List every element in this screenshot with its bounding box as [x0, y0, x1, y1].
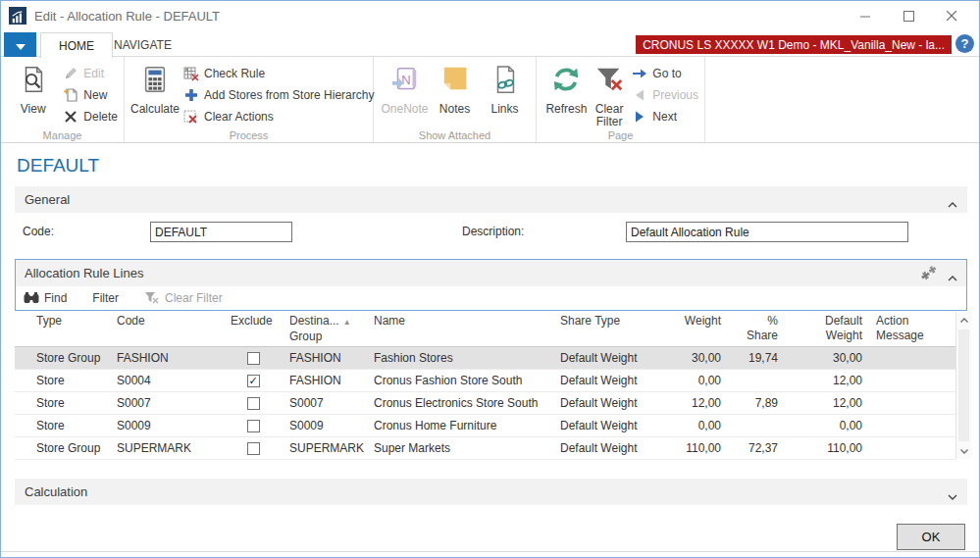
application-menu-button[interactable]	[4, 32, 36, 57]
view-button[interactable]: View	[7, 61, 59, 116]
fasttab-allocation-rule-lines: Allocation Rule Lines Find Filter Clear …	[15, 259, 967, 311]
maximize-button[interactable]	[887, 1, 930, 30]
lines-label: Allocation Rule Lines	[25, 266, 143, 280]
notes-label: Notes	[439, 103, 470, 116]
previous-icon	[632, 87, 647, 103]
exclude-checkbox[interactable]	[247, 352, 260, 365]
ribbon-tab-strip: HOME NAVIGATE CRONUS LS XXXXX W1 Demo - …	[1, 30, 979, 57]
ribbon-group-show-attached: N OneNote Notes Links Show Attached	[374, 57, 537, 142]
col-destination-group[interactable]: Destina...▲Group	[282, 312, 366, 347]
clear-filter-label: Clear Filter	[591, 103, 628, 128]
footer-divider	[1, 551, 979, 552]
notes-icon	[440, 65, 470, 98]
allocation-lines-grid: Type Code Exclude Destina...▲Group Name …	[15, 312, 971, 459]
app-icon	[9, 7, 26, 25]
grid-row-5[interactable]: Store Group SUPERMARK SUPERMARK Super Ma…	[15, 437, 955, 460]
onenote-button[interactable]: N OneNote	[380, 61, 430, 116]
description-input[interactable]	[626, 222, 908, 242]
exclude-checkbox[interactable]	[247, 442, 260, 455]
col-percent-share[interactable]: % Share	[727, 312, 784, 347]
lines-header[interactable]: Allocation Rule Lines	[16, 260, 966, 286]
grid-row-4[interactable]: Store S0009 S0009 Cronus Home Furniture …	[15, 415, 955, 437]
refresh-icon	[551, 65, 581, 98]
next-button[interactable]: Next	[632, 106, 698, 127]
previous-button[interactable]: Previous	[632, 84, 698, 106]
col-weight[interactable]: Weight	[668, 312, 727, 347]
minimize-button[interactable]	[844, 1, 887, 30]
col-name[interactable]: Name	[366, 312, 552, 347]
customize-gears-icon[interactable]	[920, 266, 937, 283]
clear-actions-icon	[183, 109, 199, 125]
exclude-checkbox[interactable]: ✓	[247, 375, 260, 387]
scroll-up-icon[interactable]	[956, 312, 971, 328]
collapse-lines-icon[interactable]	[948, 270, 957, 284]
ribbon: View Edit New Delete Manage	[1, 57, 979, 143]
filter-button[interactable]: Filter	[92, 291, 119, 305]
lines-toolbar: Find Filter Clear Filter	[16, 286, 966, 310]
goto-button[interactable]: Go to	[632, 63, 698, 84]
links-button[interactable]: Links	[480, 61, 530, 116]
clear-actions-button[interactable]: Clear Actions	[183, 106, 374, 127]
find-binoculars-icon	[24, 291, 39, 305]
description-field-label: Description:	[462, 225, 524, 238]
col-exclude[interactable]: Exclude	[223, 312, 282, 347]
close-button[interactable]	[930, 1, 973, 30]
clear-filter-button[interactable]: Clear Filter	[591, 61, 628, 128]
grid-row-3[interactable]: Store S0007 S0007 Cronus Electronics Sto…	[15, 392, 955, 415]
ok-button[interactable]: OK	[897, 524, 965, 550]
group-label-page: Page	[537, 129, 704, 141]
fasttab-general[interactable]: General	[15, 186, 967, 213]
help-icon[interactable]: ?	[955, 34, 974, 53]
exclude-checkbox[interactable]	[247, 420, 260, 432]
add-plus-icon	[183, 87, 199, 103]
edit-icon	[63, 66, 78, 81]
page-content: DEFAULT General Code: Description: Alloc…	[1, 143, 979, 557]
notes-button[interactable]: Notes	[430, 61, 480, 116]
edit-button[interactable]: Edit	[63, 63, 118, 84]
check-rule-button[interactable]: Check Rule	[183, 63, 374, 84]
delete-icon	[63, 109, 78, 125]
clear-filter-small-icon	[144, 291, 160, 305]
col-type[interactable]: Type	[15, 312, 109, 347]
delete-button[interactable]: Delete	[63, 106, 118, 127]
new-icon	[63, 87, 78, 103]
group-label-process: Process	[125, 129, 373, 141]
calculate-button[interactable]: Calculate	[130, 61, 180, 116]
col-share-type[interactable]: Share Type	[552, 312, 668, 347]
tab-home[interactable]: HOME	[40, 32, 113, 58]
next-icon	[632, 109, 647, 125]
general-fields: Code: Description:	[1, 222, 979, 243]
check-rule-icon	[183, 66, 199, 81]
fasttab-calculation[interactable]: Calculation	[15, 479, 967, 505]
svg-text:N: N	[401, 73, 410, 87]
page-title: DEFAULT	[17, 155, 99, 177]
col-action-message[interactable]: ActionMessage	[868, 312, 955, 347]
refresh-button[interactable]: Refresh	[542, 61, 591, 116]
add-stores-button[interactable]: Add Stores from Store Hierarchy	[183, 84, 374, 106]
calculate-icon	[140, 65, 170, 98]
onenote-label: OneNote	[381, 103, 428, 116]
calculate-label: Calculate	[130, 103, 180, 116]
code-input[interactable]	[150, 222, 292, 242]
ribbon-group-manage: View Edit New Delete Manage	[1, 57, 125, 142]
exclude-checkbox[interactable]	[247, 397, 260, 410]
collapse-general-icon[interactable]	[948, 196, 957, 211]
col-code[interactable]: Code	[109, 312, 223, 347]
new-button[interactable]: New	[63, 84, 118, 106]
grid-row-2[interactable]: Store S0004 ✓ FASHION Cronus Fashion Sto…	[15, 370, 955, 392]
expand-calculation-icon[interactable]	[948, 488, 957, 503]
grid-row-1[interactable]: Store Group FASHION FASHION Fashion Stor…	[15, 347, 955, 370]
col-default-weight[interactable]: DefaultWeight	[784, 312, 868, 347]
title-bar: Edit - Allocation Rule - DEFAULT	[1, 1, 979, 30]
general-label: General	[25, 192, 70, 207]
grid-header-row: Type Code Exclude Destina...▲Group Name …	[15, 312, 955, 347]
clear-filter-toolbar-button[interactable]: Clear Filter	[144, 291, 223, 305]
company-banner: CRONUS LS XXXXX W1 Demo - MKL_Vanilla_Ne…	[636, 35, 952, 54]
ribbon-group-page: Refresh Clear Filter Go to Previous Next	[537, 57, 705, 142]
scroll-down-icon[interactable]	[956, 443, 971, 459]
group-label-manage: Manage	[1, 129, 124, 141]
find-button[interactable]: Find	[24, 291, 67, 305]
chevron-down-icon	[16, 36, 26, 54]
scrollbar-thumb[interactable]	[958, 330, 969, 441]
vertical-scrollbar[interactable]	[955, 312, 971, 459]
